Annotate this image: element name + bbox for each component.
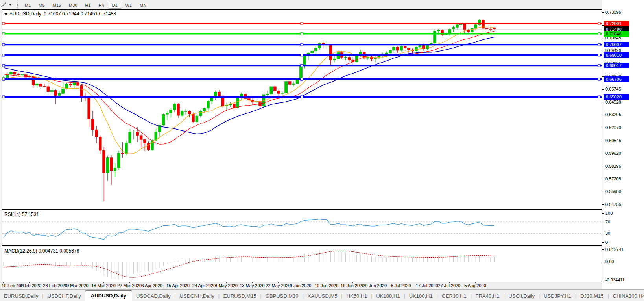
chart-tab-usdchf-daily[interactable]: USDCHF,Daily	[44, 291, 85, 301]
date-label: 5 Aug 2020	[464, 283, 486, 288]
rsi-tick: 30	[602, 231, 610, 236]
macd-indicator-panel[interactable]: MACD(12,26,9) 0.004731 0.005676	[2, 247, 602, 282]
chart-tab-gbpusd-m30[interactable]: GBPUSD,M30	[262, 291, 303, 301]
price-tick: 0.62070	[602, 125, 621, 130]
tick-mark	[602, 192, 604, 192]
date-label: 10 Jun 2020	[315, 283, 339, 288]
date-label: 4 May 2020	[215, 283, 238, 288]
tick-mark	[602, 234, 604, 234]
price-tick: 0.64520	[602, 100, 621, 105]
macd-tick: 0.015741	[602, 247, 624, 252]
chart-tab-hk50-h1[interactable]: HK50,H1	[343, 291, 371, 301]
date-label: 9 Mar 2020	[66, 283, 89, 288]
price-level-label: 0.66706	[604, 76, 629, 82]
date-label: 19 Feb 2020	[17, 283, 41, 288]
date-label: 13 May 2020	[240, 283, 265, 288]
chart-tab-usoil-daily[interactable]: USOil,Daily	[505, 291, 539, 301]
chart-header: AUDUSD,Daily 0.71607 0.71644 0.71451 0.7…	[4, 11, 116, 17]
price-level-label: 0.70007	[604, 42, 629, 47]
date-label: 22 May 2020	[266, 283, 291, 288]
date-label: 18 Mar 2020	[91, 283, 116, 288]
chart-tab-eurusd-daily[interactable]: EURUSD,Daily	[0, 291, 42, 301]
price-tick: 0.57205	[602, 177, 621, 182]
rsi-label: RSI(14)	[4, 212, 20, 217]
chart-tab-usdcad-daily[interactable]: USDCAD,Daily	[132, 291, 174, 301]
chart-tab-uk100-h1[interactable]: UK100,H1	[405, 291, 437, 301]
ohlc-close: 0.71488	[99, 11, 116, 17]
rsi-canvas[interactable]	[2, 210, 602, 245]
chart-tab-dj30-m15[interactable]: DJ30,M15	[576, 291, 607, 301]
chart-tab-fra40-h1[interactable]: FRA40,H1	[472, 291, 504, 301]
date-label: 19 Jun 2020	[341, 283, 365, 288]
chart-tab-eurusd-m15[interactable]: EURUSD,M15	[220, 291, 260, 301]
tick-mark	[602, 51, 604, 51]
macd-tick: -0.024411	[602, 277, 625, 282]
tick-mark	[602, 249, 604, 250]
tick-mark	[602, 204, 604, 205]
date-label: 27 Mar 2020	[117, 283, 142, 288]
chart-tab-china300-h4[interactable]: CHINA300,H4	[609, 291, 644, 301]
tick-mark	[602, 154, 604, 154]
macd-canvas[interactable]	[2, 247, 602, 282]
price-tick: 0.58395	[602, 164, 621, 169]
macd-header: MACD(12,26,9) 0.004731 0.005676	[4, 248, 79, 254]
rsi-header: RSI(14) 57.1531	[4, 212, 39, 217]
timeframe-button-h1[interactable]: H1	[81, 2, 94, 9]
rsi-indicator-panel[interactable]: RSI(14) 57.1531	[2, 210, 602, 246]
ohlc-low: 0.71451	[81, 11, 98, 17]
chart-tab-usdjpy-h1[interactable]: USDJPY,H1	[540, 291, 575, 301]
main-chart-canvas[interactable]	[2, 10, 602, 209]
timeframe-button-mn[interactable]: MN	[136, 2, 150, 9]
tick-mark	[602, 38, 604, 38]
chart-tab-audusd-daily[interactable]: AUDUSD,Daily	[85, 290, 132, 301]
price-scale[interactable]: 0.730950.718700.706450.694200.681950.669…	[602, 0, 644, 289]
chart-tab-usdcnh-daily[interactable]: USDCNH,Daily	[176, 291, 218, 301]
timeframe-button-m15[interactable]: M15	[49, 2, 65, 9]
rsi-tick: 70	[602, 219, 610, 225]
main-chart-panel[interactable]: AUDUSD,Daily 0.71607 0.71644 0.71451 0.7…	[2, 9, 602, 210]
chart-tab-bar: EURUSD,Daily|USDCHF,DailyAUDUSD,DailyUSD…	[0, 289, 644, 301]
chevron-down-icon[interactable]	[4, 13, 7, 15]
tick-mark	[602, 102, 604, 102]
date-label: 17 Jul 2020	[416, 283, 438, 288]
chart-tab-xauusd-m5[interactable]: XAUUSD,M5	[304, 291, 341, 301]
tick-mark	[602, 222, 604, 222]
timeframe-button-m1[interactable]: M1	[21, 2, 34, 9]
tick-mark	[602, 141, 604, 141]
price-tick: 0.54755	[602, 202, 621, 207]
tick-mark	[602, 179, 604, 179]
timeframe-button-m30[interactable]: M30	[65, 2, 81, 9]
timeframe-button-d1[interactable]: D1	[109, 2, 121, 9]
macd-tick: 0.00	[602, 259, 614, 264]
price-tick: 0.73095	[602, 10, 621, 15]
price-level-label: 0.69010	[604, 52, 629, 58]
chart-symbol: AUDUSD,Daily	[9, 11, 41, 17]
timeframe-button-m5[interactable]: M5	[35, 2, 48, 9]
price-level-label: 0.72001	[604, 21, 629, 26]
macd-label: MACD(12,26,9)	[4, 248, 37, 254]
chart-tab-uk100-h1[interactable]: UK100,H1	[373, 291, 404, 301]
price-level-label: 0.68017	[604, 63, 629, 68]
date-label: 28 Feb 2020	[43, 283, 67, 288]
timeframe-button-h4[interactable]: H4	[95, 2, 107, 9]
price-tick: 0.59620	[602, 151, 621, 156]
rsi-tick: 0	[602, 240, 608, 245]
rsi-value: 57.1531	[22, 212, 39, 217]
tick-mark	[602, 12, 604, 13]
chart-tool-button[interactable]	[0, 2, 13, 7]
trendline-tool-icon	[1, 2, 7, 7]
chart-tab-ger30-h1[interactable]: GER30,H1	[438, 291, 471, 301]
timeframe-button-w1[interactable]: W1	[122, 2, 136, 9]
tick-mark	[602, 89, 604, 90]
tick-mark	[602, 128, 604, 128]
chart-tabs: EURUSD,Daily|USDCHF,DailyAUDUSD,DailyUSD…	[0, 290, 644, 301]
price-level-label: 0.71046	[604, 31, 629, 37]
date-axis[interactable]: 10 Feb 202019 Feb 202028 Feb 20209 Mar 2…	[2, 282, 602, 289]
tick-mark	[602, 242, 604, 243]
price-level-label: 0.65020	[604, 94, 629, 100]
chevron-down-icon[interactable]	[9, 4, 12, 6]
tick-mark	[602, 262, 604, 262]
toolbar-grip-handle[interactable]	[16, 2, 18, 8]
tick-mark	[602, 213, 604, 214]
price-tick: 0.65745	[602, 87, 621, 92]
